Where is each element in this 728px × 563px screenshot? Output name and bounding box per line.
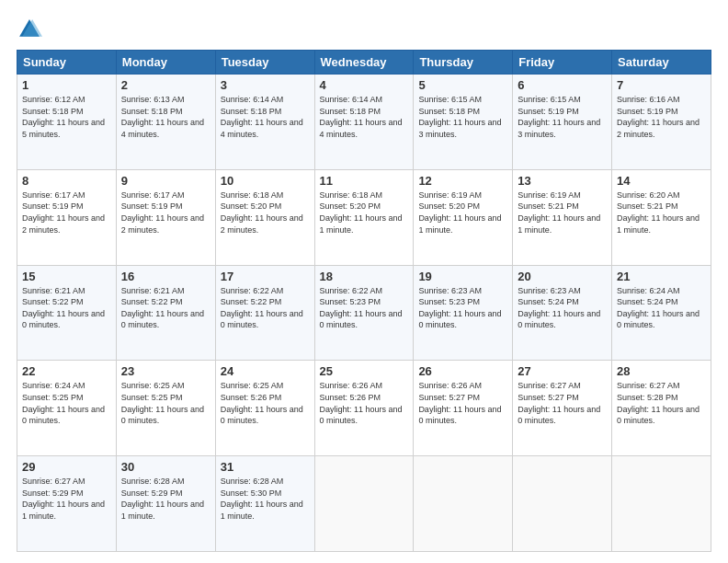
sunset-label: Sunset: 5:25 PM: [121, 393, 183, 402]
sunset-label: Sunset: 5:19 PM: [518, 107, 579, 116]
col-friday: Friday: [513, 51, 612, 75]
table-row: 14 Sunrise: 6:20 AM Sunset: 5:21 PM Dayl…: [612, 169, 711, 265]
table-row: 21 Sunrise: 6:24 AM Sunset: 5:24 PM Dayl…: [612, 265, 711, 361]
day-number: 17: [221, 270, 310, 283]
table-row: 5 Sunrise: 6:15 AM Sunset: 5:18 PM Dayli…: [414, 75, 513, 170]
day-number: 9: [121, 174, 210, 188]
day-number: 31: [221, 460, 310, 474]
daylight-label: Daylight: 11 hours and 0 minutes.: [518, 405, 600, 426]
sunrise-label: Sunrise: 6:19 AM: [518, 190, 581, 200]
col-sunday: Sunday: [17, 51, 117, 75]
sunrise-label: Sunrise: 6:27 AM: [22, 477, 85, 486]
col-saturday: Saturday: [612, 51, 711, 75]
day-info: Sunrise: 6:27 AM Sunset: 5:28 PM Dayligh…: [617, 380, 706, 426]
day-number: 1: [22, 78, 111, 92]
sunset-label: Sunset: 5:28 PM: [617, 393, 678, 402]
col-tuesday: Tuesday: [215, 51, 314, 75]
day-number: 30: [121, 460, 210, 474]
table-row: 2 Sunrise: 6:13 AM Sunset: 5:18 PM Dayli…: [116, 75, 215, 170]
sunset-label: Sunset: 5:26 PM: [221, 393, 282, 402]
table-row: 7 Sunrise: 6:16 AM Sunset: 5:19 PM Dayli…: [612, 75, 711, 170]
sunrise-label: Sunrise: 6:28 AM: [221, 477, 284, 486]
day-info: Sunrise: 6:19 AM Sunset: 5:20 PM Dayligh…: [418, 190, 507, 236]
day-info: Sunrise: 6:15 AM Sunset: 5:19 PM Dayligh…: [518, 94, 607, 140]
calendar-table: Sunday Monday Tuesday Wednesday Thursday…: [17, 50, 711, 552]
sunrise-label: Sunrise: 6:27 AM: [617, 381, 680, 390]
table-row: 11 Sunrise: 6:18 AM Sunset: 5:20 PM Dayl…: [314, 169, 414, 265]
sunrise-label: Sunrise: 6:16 AM: [617, 95, 680, 104]
day-number: 15: [22, 270, 111, 283]
table-row: 10 Sunrise: 6:18 AM Sunset: 5:20 PM Dayl…: [215, 169, 314, 265]
day-number: 3: [221, 78, 310, 92]
day-number: 22: [22, 364, 111, 378]
day-info: Sunrise: 6:18 AM Sunset: 5:20 PM Dayligh…: [320, 190, 409, 236]
sunrise-label: Sunrise: 6:27 AM: [518, 381, 581, 390]
day-info: Sunrise: 6:16 AM Sunset: 5:19 PM Dayligh…: [617, 94, 706, 140]
sunset-label: Sunset: 5:21 PM: [617, 201, 678, 211]
table-row: 29 Sunrise: 6:27 AM Sunset: 5:29 PM Dayl…: [17, 456, 117, 552]
daylight-label: Daylight: 11 hours and 2 minutes.: [221, 213, 303, 235]
sunrise-label: Sunrise: 6:14 AM: [320, 95, 383, 104]
sunrise-label: Sunrise: 6:15 AM: [418, 95, 482, 104]
day-info: Sunrise: 6:19 AM Sunset: 5:21 PM Dayligh…: [518, 190, 607, 236]
day-number: 20: [518, 270, 607, 283]
daylight-label: Daylight: 11 hours and 3 minutes.: [518, 118, 600, 139]
sunset-label: Sunset: 5:19 PM: [617, 107, 678, 116]
sunrise-label: Sunrise: 6:24 AM: [22, 381, 85, 390]
sunset-label: Sunset: 5:23 PM: [320, 297, 381, 306]
sunset-label: Sunset: 5:19 PM: [22, 201, 84, 211]
table-row: 19 Sunrise: 6:23 AM Sunset: 5:23 PM Dayl…: [414, 265, 513, 361]
daylight-label: Daylight: 11 hours and 0 minutes.: [320, 309, 403, 330]
sunrise-label: Sunrise: 6:17 AM: [22, 190, 85, 200]
sunrise-label: Sunrise: 6:25 AM: [221, 381, 284, 390]
day-number: 13: [518, 174, 607, 188]
sunset-label: Sunset: 5:22 PM: [221, 297, 282, 306]
day-number: 12: [418, 174, 507, 188]
table-row: 6 Sunrise: 6:15 AM Sunset: 5:19 PM Dayli…: [513, 75, 612, 170]
day-info: Sunrise: 6:24 AM Sunset: 5:25 PM Dayligh…: [22, 380, 111, 426]
daylight-label: Daylight: 11 hours and 0 minutes.: [418, 405, 501, 426]
sunrise-label: Sunrise: 6:23 AM: [518, 286, 581, 295]
sunrise-label: Sunrise: 6:14 AM: [221, 95, 284, 104]
day-info: Sunrise: 6:14 AM Sunset: 5:18 PM Dayligh…: [320, 94, 409, 140]
daylight-label: Daylight: 11 hours and 0 minutes.: [617, 309, 700, 330]
table-row: 15 Sunrise: 6:21 AM Sunset: 5:22 PM Dayl…: [17, 265, 117, 361]
day-info: Sunrise: 6:28 AM Sunset: 5:29 PM Dayligh…: [121, 476, 210, 522]
daylight-label: Daylight: 11 hours and 2 minutes.: [617, 118, 700, 139]
day-info: Sunrise: 6:24 AM Sunset: 5:24 PM Dayligh…: [617, 285, 706, 331]
daylight-label: Daylight: 11 hours and 4 minutes.: [221, 118, 303, 139]
sunrise-label: Sunrise: 6:17 AM: [121, 190, 185, 200]
daylight-label: Daylight: 11 hours and 1 minute.: [320, 213, 403, 235]
table-row: 30 Sunrise: 6:28 AM Sunset: 5:29 PM Dayl…: [116, 456, 215, 552]
daylight-label: Daylight: 11 hours and 0 minutes.: [518, 309, 600, 330]
day-number: 19: [418, 270, 507, 283]
table-row: 28 Sunrise: 6:27 AM Sunset: 5:28 PM Dayl…: [612, 361, 711, 456]
day-number: 28: [617, 364, 706, 378]
sunrise-label: Sunrise: 6:23 AM: [418, 286, 482, 295]
day-info: Sunrise: 6:21 AM Sunset: 5:22 PM Dayligh…: [22, 285, 111, 331]
day-number: 14: [617, 174, 706, 188]
day-number: 5: [418, 78, 507, 92]
table-row: 24 Sunrise: 6:25 AM Sunset: 5:26 PM Dayl…: [215, 361, 314, 456]
sunrise-label: Sunrise: 6:19 AM: [418, 190, 482, 200]
sunset-label: Sunset: 5:20 PM: [221, 201, 282, 211]
daylight-label: Daylight: 11 hours and 0 minutes.: [22, 405, 105, 426]
sunset-label: Sunset: 5:27 PM: [518, 393, 579, 402]
logo: [17, 17, 46, 42]
sunset-label: Sunset: 5:24 PM: [617, 297, 678, 306]
day-info: Sunrise: 6:20 AM Sunset: 5:21 PM Dayligh…: [617, 190, 706, 236]
daylight-label: Daylight: 11 hours and 0 minutes.: [221, 309, 303, 330]
day-info: Sunrise: 6:12 AM Sunset: 5:18 PM Dayligh…: [22, 94, 111, 140]
day-number: 16: [121, 270, 210, 283]
sunrise-label: Sunrise: 6:28 AM: [121, 477, 185, 486]
table-row: 13 Sunrise: 6:19 AM Sunset: 5:21 PM Dayl…: [513, 169, 612, 265]
sunset-label: Sunset: 5:23 PM: [418, 297, 480, 306]
calendar-week-row: 1 Sunrise: 6:12 AM Sunset: 5:18 PM Dayli…: [17, 75, 711, 170]
day-number: 24: [221, 364, 310, 378]
daylight-label: Daylight: 11 hours and 4 minutes.: [320, 118, 403, 139]
calendar-week-row: 15 Sunrise: 6:21 AM Sunset: 5:22 PM Dayl…: [17, 265, 711, 361]
col-wednesday: Wednesday: [314, 51, 414, 75]
sunset-label: Sunset: 5:19 PM: [121, 201, 183, 211]
table-row: 20 Sunrise: 6:23 AM Sunset: 5:24 PM Dayl…: [513, 265, 612, 361]
table-row: [314, 456, 414, 552]
